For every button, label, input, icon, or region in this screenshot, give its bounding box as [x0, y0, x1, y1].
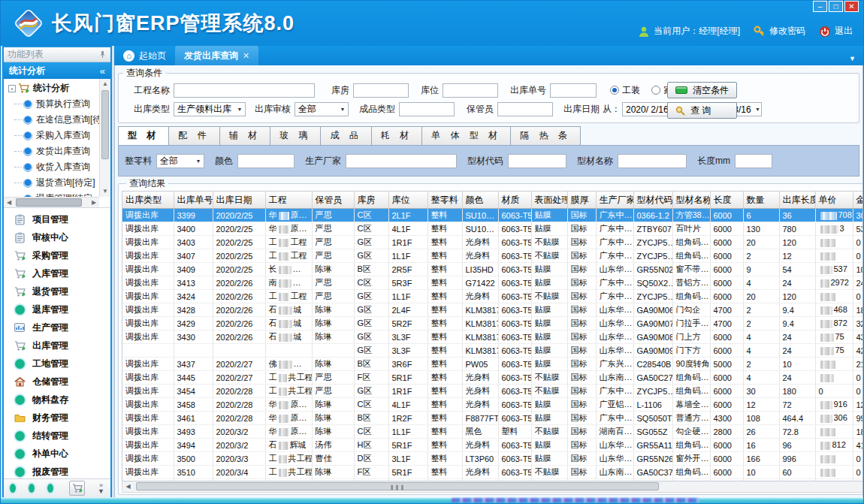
sidebar-tree-item[interactable]: 发货出库查询	[4, 143, 99, 159]
sidebar-tree-item[interactable]: 收货入库查询	[4, 159, 99, 175]
table-row[interactable]: 调拨出库35102020/3/4工共工程陈琳F区5R1F整料光身料6063-T5…	[122, 466, 863, 479]
material-tab[interactable]: 成 品	[321, 126, 371, 145]
table-row[interactable]: 调拨出库34072020/2/25工工程严思G区1L1F整料光身料6063-T5…	[122, 249, 863, 263]
column-header[interactable]: 膜厚	[567, 192, 596, 209]
tree-vertical-scrollbar[interactable]: ▲ ▼	[99, 79, 110, 197]
column-header[interactable]: 颜色	[462, 192, 498, 209]
column-header[interactable]: 出库单号	[174, 192, 213, 209]
warehouse-input[interactable]	[353, 83, 409, 98]
sidebar-item-house-仓储管理[interactable]: 仓储管理	[4, 373, 110, 391]
material-tab[interactable]: 辅 材	[220, 126, 270, 145]
table-row[interactable]: 调拨出库35002020/3/3工共工程曹佳D区3L1F整料LT3P606063…	[122, 452, 863, 466]
column-header[interactable]: 材质	[498, 192, 531, 209]
sidebar-tree-item[interactable]: 预算执行查询	[4, 96, 99, 112]
column-header[interactable]: 单价	[815, 192, 853, 209]
column-header[interactable]: 金	[853, 192, 863, 209]
dot-icon[interactable]	[47, 484, 53, 493]
dot-icon[interactable]	[10, 484, 16, 493]
change-password-button[interactable]: 修改密码	[754, 25, 805, 38]
scroll-up-icon[interactable]: ▲	[100, 79, 110, 89]
profile-code-input[interactable]	[508, 154, 566, 168]
column-header[interactable]: 库位	[388, 192, 427, 209]
sidebar-tree-item[interactable]: 采购入库查询	[4, 128, 99, 143]
material-tab[interactable]: 隔 热 条	[511, 126, 581, 145]
scroll-left-icon[interactable]: ◀	[122, 481, 134, 491]
sidebar-tree-item[interactable]: 退货查询[待定]	[4, 175, 99, 191]
radio-gongzhuang[interactable]	[610, 86, 619, 95]
profile-name-input[interactable]	[618, 154, 687, 168]
minimize-button[interactable]: –	[813, 1, 827, 12]
pin-icon[interactable]	[98, 50, 107, 59]
sidebar-item-cart-采购管理[interactable]: 采购管理	[4, 246, 110, 264]
scroll-down-icon[interactable]: ▼	[100, 186, 110, 197]
sidebar-item-cart-出库管理[interactable]: 出库管理	[4, 337, 110, 355]
logout-button[interactable]: 退出	[819, 25, 853, 38]
column-header[interactable]: 出库长度	[779, 192, 815, 209]
table-row[interactable]: 调拨出库34372020/2/27佛…陈琳B区3R6F整料PW056063-T5…	[122, 358, 863, 371]
table-row[interactable]: 调拨出库35122020/3/4工共工程陈琳F区1L2F整料光身料6063-T5…	[122, 479, 863, 481]
sidebar-item-cart-入库管理[interactable]: 入库管理	[4, 264, 110, 282]
outbound-type-select[interactable]: 生产领料出库▼	[174, 102, 246, 116]
column-header[interactable]: 出库类型	[122, 192, 174, 209]
table-row[interactable]: 调拨出库34092020/2/25长…陈琳B区2R5F整料LI35HD6063-…	[122, 263, 863, 276]
table-row[interactable]: 调拨出库34932020/3/2华原…陈琳C区1L1F整料黑色塑料不贴膜国标湖南…	[122, 425, 863, 439]
table-row[interactable]: 调拨出库34612020/2/28华原…陈琳B区1R2F整料F8877FT606…	[122, 412, 863, 425]
material-tab[interactable]: 耗 材	[372, 126, 422, 145]
sidebar-item-dot-补单中心[interactable]: 补单中心	[4, 445, 110, 463]
sidebar-tree-item[interactable]: 退库管理[待定	[4, 191, 99, 197]
sidebar-item-clipboard-项目管理[interactable]: 项目管理	[4, 210, 110, 228]
collapse-icon[interactable]: «	[100, 65, 105, 77]
table-row[interactable]: 调拨出库34452020/2/27工共工程严思F区5R1F整料光身料6063-T…	[122, 371, 863, 385]
cart-shortcut-button[interactable]	[69, 481, 85, 496]
color-input[interactable]	[237, 154, 295, 168]
sidebar-item-dot-退库管理[interactable]: 退库管理	[4, 300, 110, 318]
clear-conditions-button[interactable]: 清空条件	[667, 82, 737, 98]
column-header[interactable]: 长度	[710, 192, 743, 209]
column-header[interactable]: 保管员	[312, 192, 354, 209]
table-row[interactable]: 调拨出库34002020/2/25华原…严思C区4L1F整料SU10…6063-…	[122, 222, 863, 236]
table-row[interactable]: 调拨出库34132020/2/26南…严思C区5R3F整料G714226063-…	[122, 276, 863, 290]
tree-expand-toggle[interactable]: -	[8, 85, 16, 92]
column-header[interactable]: 型材名称	[672, 192, 710, 209]
table-row[interactable]: 调拨出库34282020/2/26石城陈琳G区2L4F整料KLM38176063…	[122, 303, 863, 317]
chevron-more-button[interactable]: »▼	[98, 482, 104, 494]
table-row[interactable]: 调拨出库34302020/2/26石城陈琳G区3L3F整料KLM38176063…	[122, 330, 863, 344]
table-row[interactable]: 调拨出库34292020/2/26石城陈琳G区5R2F整料KLM38176063…	[122, 317, 863, 330]
search-button[interactable]: 查 询	[667, 102, 737, 119]
manufacturer-input[interactable]	[346, 154, 457, 168]
maximize-button[interactable]: □	[829, 1, 843, 12]
tree-root[interactable]: -统计分析	[4, 80, 99, 96]
column-header[interactable]: 出库日期	[213, 192, 265, 209]
keeper-input[interactable]	[497, 102, 553, 116]
table-hscroll-thumb[interactable]: ❚❚❚	[136, 482, 659, 490]
column-header[interactable]: 工程	[265, 192, 312, 209]
material-tab[interactable]: 单 体 型 材	[422, 126, 511, 145]
statistics-section-header[interactable]: 统计分析 «	[4, 62, 110, 79]
column-header[interactable]: 表面处理	[531, 192, 567, 209]
location-input[interactable]	[443, 83, 498, 98]
tree-horizontal-scrollbar[interactable]: ◀ ▶	[4, 197, 99, 207]
table-row[interactable]: 调拨出库34242020/2/26工工程严思G区1L1F整料光身料6063-T5…	[122, 290, 863, 303]
column-header[interactable]: 数量	[743, 192, 779, 209]
table-row[interactable]: 调拨出库34542020/2/28工共工程严思G区1R1F整料光身料6063-T…	[122, 385, 863, 398]
sidebar-tree-item[interactable]: 在途信息查询[待	[4, 112, 99, 128]
order-no-input[interactable]	[550, 83, 597, 98]
table-row[interactable]: 调拨出库33992020/2/25华原…严思C区2L1F整料SU10…6063-…	[122, 209, 863, 222]
sidebar-item-dot-报废管理[interactable]: 报废管理	[4, 463, 110, 478]
radio-jiazhuang[interactable]	[651, 86, 660, 95]
scroll-right-icon[interactable]: ▶	[89, 198, 99, 207]
sidebar-item-dot-结转管理[interactable]: 结转管理	[4, 427, 110, 445]
scroll-left-icon[interactable]: ◀	[4, 198, 14, 207]
table-row[interactable]: G区3L3F整料KLM38176063-T5贴膜国标山东华…GA90M09.门下…	[122, 344, 863, 358]
column-header[interactable]: 生产厂家	[596, 192, 633, 209]
table-horizontal-scrollbar[interactable]: ◀ ❚❚❚ ▶	[122, 481, 863, 493]
sidebar-item-folder-财务管理[interactable]: 财务管理	[4, 409, 110, 427]
product-type-input[interactable]	[399, 102, 455, 116]
column-header[interactable]: 库房	[354, 192, 388, 209]
table-row[interactable]: 调拨出库34032020/2/25工工程严思G区1R1F整料光身料6063-T5…	[122, 236, 863, 249]
tab-close-icon[interactable]: ✕	[243, 51, 249, 61]
part-type-select[interactable]: 全部▼	[156, 154, 204, 168]
table-row[interactable]: 调拨出库34582020/2/28华原…陈琳C区4L1F整料光身料6063-T5…	[122, 398, 863, 412]
table-row[interactable]: 调拨出库34942020/3/2石辉城汤伟H区5R1F整料光身料6063-T5贴…	[122, 439, 863, 452]
material-tab[interactable]: 玻 璃	[270, 126, 321, 145]
